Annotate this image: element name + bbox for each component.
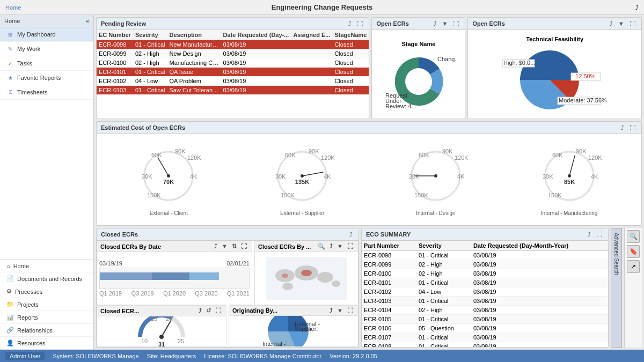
list-item[interactable]: ECR-0104 02 - High 03/08/19	[362, 306, 608, 315]
pr-date: 03/08/19	[221, 68, 291, 77]
open-ecrs-tech-filter-icon[interactable]: ▼	[617, 20, 626, 27]
originating-by-panel: Originating By... ⤴ ▼ ⛶	[229, 305, 358, 347]
eco-expand-icon[interactable]: ⛶	[595, 231, 604, 238]
gauge-svg-1: 30K 60K 90K 120K 4K 150K 70K	[136, 144, 201, 208]
closed-ecrs-export-icon[interactable]: ⤴	[348, 231, 354, 238]
list-item[interactable]: ECR-0106 05 - Question 03/08/19	[362, 324, 608, 333]
sidebar-item-reports[interactable]: ★ Favorite Reports	[0, 71, 93, 85]
sidebar-item-processes[interactable]: ⚙ Processes	[0, 285, 93, 298]
estimated-cost-export-icon[interactable]: ⤴	[619, 124, 626, 131]
eco-date: 03/08/19	[471, 297, 608, 306]
sub1-expand-icon[interactable]: ⛶	[214, 307, 223, 315]
sidebar-item-tasks[interactable]: ✓ Tasks	[0, 56, 93, 71]
status-bar-license: License: SOLIDWORKS Manage Contributor	[204, 353, 321, 359]
list-item[interactable]: ECR-0100 02 - High 03/08/19	[362, 269, 608, 278]
pending-review-scroll[interactable]: EC Number Severity Description Date Requ…	[97, 30, 369, 119]
list-item[interactable]: ECR-0105 01 - Critical 03/08/19	[362, 315, 608, 324]
open-ecrs-stage-expand-icon[interactable]: ⛶	[451, 20, 460, 27]
open-ecrs-stage-filter-icon[interactable]: ▼	[441, 20, 450, 27]
estimated-cost-expand-icon[interactable]: ⛶	[628, 124, 637, 131]
svg-point-56	[332, 280, 340, 287]
eco-date: 03/08/19	[471, 278, 608, 287]
sidebar-item-docs[interactable]: 📄 Documents and Records	[0, 272, 93, 285]
table-row[interactable]: ECR-0103 01 - Critical Saw Cut Tolerance…	[97, 86, 369, 95]
open-ecrs-tech-expand-icon[interactable]: ⛶	[628, 20, 637, 27]
orig-filter-icon[interactable]: ▼	[335, 307, 345, 314]
by-date-sort-icon[interactable]: ⇅	[230, 242, 238, 250]
open-ecrs-tech-actions: ⤴ ▼ ⛶	[608, 20, 637, 27]
eco-severity: 01 - Critical	[416, 315, 471, 324]
sidebar-bottom-label: Documents and Records	[17, 276, 82, 282]
tech-chart-area: Technical Feasibility	[468, 30, 641, 119]
tech-pie-chart: High: $0.0... : 12.50% Moderate: 37.56%	[501, 43, 609, 113]
pr-date: 03/08/19	[221, 77, 291, 86]
pr-stage: Closed	[332, 68, 369, 77]
home-breadcrumb[interactable]: Home	[5, 4, 21, 11]
svg-text:85K: 85K	[564, 179, 575, 185]
by-sth-search-icon[interactable]: 🔍	[316, 242, 327, 250]
closed-ecrs-title: Closed ECRs	[101, 231, 138, 238]
by-date-expand-icon[interactable]: ⛶	[239, 242, 248, 250]
by-sth-filter-icon[interactable]: ▼	[335, 242, 345, 250]
list-item[interactable]: ECR-0108 01 - Critical 03/08/19	[362, 342, 608, 348]
list-item[interactable]: ECR-0098 01 - Critical 03/08/19	[362, 251, 608, 260]
export-icon[interactable]: ⤴	[635, 4, 639, 11]
list-item[interactable]: ECR-0103 01 - Critical 03/08/19	[362, 297, 608, 306]
pending-review-title: Pending Review	[101, 20, 146, 27]
sidebar-item-resources[interactable]: 👤 Resources	[0, 337, 93, 350]
sidebar-bottom-label: Relationships	[17, 327, 53, 334]
col-ec-number: EC Number	[97, 30, 133, 40]
list-item[interactable]: ECR-0101 01 - Critical 03/08/19	[362, 278, 608, 287]
orig-expand-icon[interactable]: ⛶	[346, 307, 355, 314]
svg-text:4K: 4K	[591, 173, 598, 180]
eco-severity: 02 - High	[416, 306, 471, 315]
svg-point-61	[159, 335, 164, 339]
sidebar-item-projects[interactable]: 📁 Projects	[0, 298, 93, 311]
pr-description: QA Problem	[167, 77, 221, 86]
open-ecrs-stage-export-icon[interactable]: ⤴	[432, 20, 438, 27]
sidebar-item-reports2[interactable]: 📊 Reports	[0, 311, 93, 324]
sidebar-item-mywork[interactable]: ✎ My Work	[0, 42, 93, 56]
share-right-icon[interactable]: ↗	[627, 260, 640, 273]
open-ecrs-tech-export-icon[interactable]: ⤴	[608, 20, 614, 27]
table-row[interactable]: ECR-0101 01 - Critical QA Issue 03/08/19…	[97, 68, 369, 77]
estimated-cost-panel: Estimated Cost of Open ECRs ⤴ ⛶ 30K 60K …	[96, 121, 642, 226]
processes-icon: ⚙	[6, 288, 12, 295]
by-date-export-icon[interactable]: ⤴	[213, 242, 219, 250]
col-stage: StageName	[332, 30, 369, 40]
svg-text:150K: 150K	[414, 192, 428, 198]
svg-point-50	[568, 174, 571, 178]
advanced-search-tab[interactable]: Advanced Search	[611, 228, 622, 348]
sidebar-item-timesheets[interactable]: ⧖ Timesheets	[0, 85, 93, 100]
right-icons: 🔍 🔖 ↗	[624, 228, 642, 348]
pr-assigned	[291, 40, 332, 49]
orig-export-icon[interactable]: ⤴	[328, 307, 334, 314]
sidebar-item-home[interactable]: ⌂ Home	[0, 260, 93, 272]
by-date-filter-icon[interactable]: ▼	[220, 242, 229, 250]
by-sth-expand-icon[interactable]: ⛶	[346, 242, 355, 250]
eco-summary-header: ECO SUMMARY ⤴ ⛶	[362, 228, 608, 241]
sidebar-item-dashboard[interactable]: ⊞ My Dashboard	[0, 27, 93, 42]
search-right-icon[interactable]: 🔍	[627, 230, 640, 243]
sub1-refresh-icon[interactable]: ↺	[204, 307, 213, 315]
pending-review-expand-icon[interactable]: ⛶	[355, 20, 364, 27]
eco-export-icon[interactable]: ⤴	[586, 231, 592, 238]
list-item[interactable]: ECR-0102 04 - Low 03/08/19	[362, 287, 608, 297]
pr-severity: 04 - Low	[133, 77, 167, 86]
list-item[interactable]: ECR-0099 02 - High 03/08/19	[362, 260, 608, 269]
bookmark-right-icon[interactable]: 🔖	[627, 245, 640, 258]
sidebar-item-relationships[interactable]: 🔗 Relationships	[0, 324, 93, 337]
sub1-export-icon[interactable]: ⤴	[197, 307, 203, 315]
status-bar-user[interactable]: Admin User	[5, 352, 45, 360]
list-item[interactable]: ECR-0107 01 - Critical 03/08/19	[362, 333, 608, 342]
table-row[interactable]: ECR-0100 02 - High Manufacturing Change …	[97, 58, 369, 68]
table-row[interactable]: ECR-0102 04 - Low QA Problem 03/08/19 Cl…	[97, 77, 369, 86]
pending-review-export-icon[interactable]: ⤴	[347, 20, 353, 27]
by-sth-export-icon[interactable]: ⤴	[328, 242, 334, 250]
table-row[interactable]: ECR-0099 02 - High New Design 03/08/19 C…	[97, 49, 369, 58]
sidebar-collapse-icon[interactable]: «	[86, 18, 89, 24]
eco-scroll[interactable]: Part Number Severity Date Requested (Day…	[362, 241, 608, 347]
sidebar-item-label: Timesheets	[17, 89, 47, 95]
table-row[interactable]: ECR-0098 01 - Critical New Manufacturing…	[97, 40, 369, 49]
svg-line-60	[162, 321, 171, 337]
